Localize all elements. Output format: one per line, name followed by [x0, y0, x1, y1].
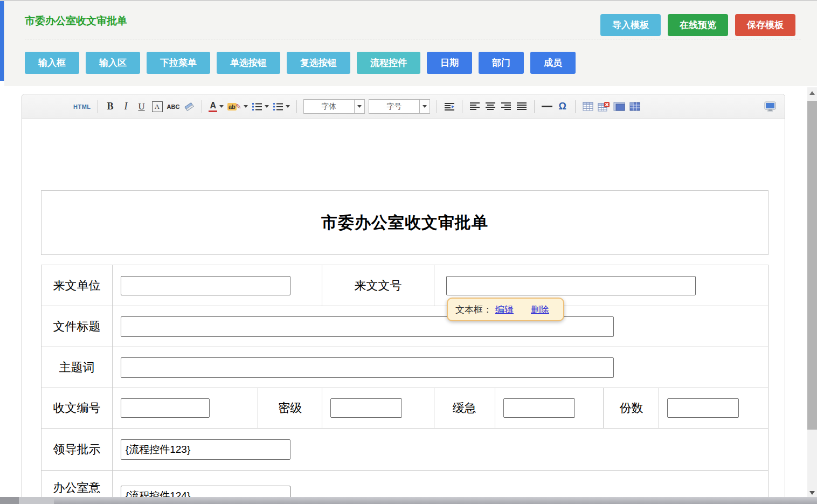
- receipt-number-input[interactable]: [121, 398, 210, 418]
- font-size-select[interactable]: 字号: [369, 99, 430, 114]
- widget-radio-button[interactable]: 单选按钮: [217, 52, 280, 74]
- toolbar-separator: [534, 100, 535, 113]
- table-row: 收文编号 密级 缓急 份数: [41, 388, 768, 428]
- widget-input-box-button[interactable]: 输入框: [25, 52, 79, 74]
- subject-words-label: 主题词: [41, 347, 113, 388]
- fullscreen-icon[interactable]: [764, 100, 776, 114]
- online-preview-button[interactable]: 在线预览: [668, 14, 728, 36]
- widget-date-button[interactable]: 日期: [427, 52, 472, 74]
- underline-icon[interactable]: U: [136, 100, 148, 114]
- header: 市委办公室收文审批单 导入模板 在线预览 保存模板 输入框 输入区 下拉菜单 单…: [4, 1, 817, 86]
- horizontal-rule-icon[interactable]: [541, 100, 553, 114]
- toolbar-separator: [437, 100, 437, 113]
- widget-flow-control-button[interactable]: 流程控件: [357, 52, 420, 74]
- ordered-list-icon[interactable]: [252, 100, 269, 114]
- form-title: 市委办公室收文审批单: [321, 212, 488, 234]
- delete-link[interactable]: 删除: [531, 303, 549, 316]
- chevron-down-icon: [219, 105, 224, 108]
- chevron-down-icon: [265, 105, 269, 108]
- align-justify-icon[interactable]: [516, 100, 528, 114]
- html-source-icon[interactable]: HTML: [73, 100, 91, 114]
- left-edge-strip: [0, 1, 4, 81]
- widget-dropdown-button[interactable]: 下拉菜单: [147, 52, 210, 74]
- chevron-down-icon: [244, 105, 248, 108]
- vertical-scrollbar[interactable]: [807, 87, 817, 504]
- indent-icon[interactable]: [444, 100, 455, 114]
- doc-number-input[interactable]: [446, 276, 696, 295]
- leader-remarks-label: 领导批示: [41, 429, 113, 470]
- toolbar-separator: [462, 100, 462, 113]
- table-row: 领导批示: [41, 428, 768, 470]
- scrollbar-thumb[interactable]: [807, 101, 817, 430]
- source-unit-input[interactable]: [121, 276, 290, 295]
- subject-words-input[interactable]: [121, 357, 614, 378]
- toolbar-separator: [98, 100, 98, 113]
- edit-link[interactable]: 编辑: [495, 303, 514, 316]
- form-table: 来文单位 来文文号 文件标题 主题词: [41, 265, 768, 504]
- save-template-button[interactable]: 保存模板: [735, 14, 795, 36]
- urgency-input[interactable]: [503, 398, 575, 418]
- special-character-icon[interactable]: Ω: [557, 100, 569, 114]
- tooltip-label: 文本框：: [455, 303, 492, 316]
- header-actions: 导入模板 在线预览 保存模板: [600, 14, 795, 36]
- copies-input[interactable]: [667, 398, 739, 418]
- chevron-down-icon: [286, 105, 290, 108]
- leader-remarks-input[interactable]: [121, 439, 290, 460]
- editor-content[interactable]: 市委办公室收文审批单 来文单位 来文文号 文件标题: [22, 119, 785, 504]
- form-title-box: 市委办公室收文审批单: [41, 190, 768, 255]
- secrecy-input[interactable]: [330, 398, 402, 418]
- align-center-icon[interactable]: [484, 100, 496, 114]
- widget-action-tooltip: 文本框： 编辑 删除: [447, 298, 564, 321]
- header-divider: [25, 39, 801, 39]
- widget-department-button[interactable]: 部门: [479, 52, 524, 74]
- cell-properties-icon[interactable]: [629, 100, 641, 114]
- widget-checkbox-button[interactable]: 复选按钮: [287, 52, 350, 74]
- table-row: 主题词: [41, 347, 768, 388]
- pencil-icon: ✎: [236, 102, 241, 111]
- unordered-list-icon[interactable]: [273, 100, 290, 114]
- widget-member-button[interactable]: 成员: [530, 52, 576, 74]
- import-template-button[interactable]: 导入模板: [600, 14, 661, 36]
- editor-toolbar: HTML B I U A ABC A ab✎: [22, 94, 785, 119]
- widget-textarea-button[interactable]: 输入区: [86, 52, 140, 74]
- toolbar-separator: [575, 100, 576, 113]
- page-title: 市委办公室收文审批单: [25, 14, 127, 28]
- insert-table-icon[interactable]: [582, 100, 594, 114]
- doc-title-label: 文件标题: [41, 306, 113, 347]
- align-right-icon[interactable]: [500, 100, 512, 114]
- strikethrough-icon[interactable]: ABC: [167, 100, 180, 114]
- window-bottom-edge: [0, 497, 817, 504]
- table-row: 文件标题: [41, 306, 768, 347]
- chevron-down-icon[interactable]: [419, 100, 430, 113]
- highlight-color-icon[interactable]: ab✎: [227, 100, 248, 114]
- toolbar-separator: [202, 100, 202, 113]
- delete-table-icon[interactable]: [598, 100, 610, 114]
- merge-cells-icon[interactable]: [613, 100, 625, 114]
- app-window: 市委办公室收文审批单 导入模板 在线预览 保存模板 输入框 输入区 下拉菜单 单…: [0, 0, 817, 504]
- rich-text-editor: HTML B I U A ABC A ab✎: [22, 94, 785, 504]
- align-left-icon[interactable]: [469, 100, 481, 114]
- widget-button-row: 输入框 输入区 下拉菜单 单选按钮 复选按钮 流程控件 日期 部门 成员: [25, 52, 576, 74]
- chevron-down-icon[interactable]: [354, 100, 364, 113]
- source-unit-label: 来文单位: [41, 265, 113, 306]
- quote-block-icon[interactable]: A: [152, 101, 163, 112]
- receipt-number-label: 收文编号: [41, 388, 113, 428]
- secrecy-label: 密级: [258, 388, 322, 428]
- remove-format-eraser-icon[interactable]: [183, 100, 195, 114]
- bold-icon[interactable]: B: [105, 100, 116, 114]
- doc-number-label: 来文文号: [322, 265, 434, 306]
- italic-icon[interactable]: I: [120, 100, 132, 114]
- urgency-label: 缓急: [434, 388, 495, 428]
- copies-label: 份数: [604, 388, 659, 428]
- font-family-select[interactable]: 字体: [303, 99, 365, 114]
- font-color-icon[interactable]: A: [209, 100, 224, 114]
- toolbar-separator: [296, 100, 297, 113]
- scroll-up-arrow-icon[interactable]: [807, 88, 817, 98]
- table-row: 来文单位 来文文号: [41, 265, 768, 306]
- scroll-down-arrow-icon[interactable]: [807, 488, 817, 498]
